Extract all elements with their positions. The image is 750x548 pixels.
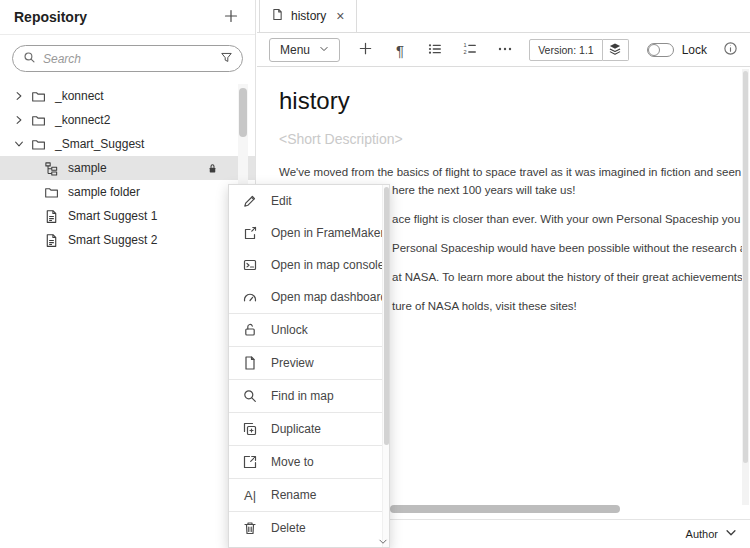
editor-tabbar: history ×: [257, 0, 750, 33]
body-line[interactable]: ace flight is closer than ever. With you…: [392, 210, 742, 228]
unlock-icon: [242, 322, 258, 338]
add-button[interactable]: [223, 8, 239, 27]
chevron-right-icon[interactable]: [13, 114, 26, 126]
scrollbar-thumb[interactable]: [743, 71, 748, 463]
search-icon: [23, 50, 36, 68]
chevron-right-icon[interactable]: [13, 90, 26, 102]
menu-item-label: Open map dashboard: [271, 290, 387, 304]
trash-icon: [242, 520, 258, 536]
tree-item-label: Smart Suggest 2: [68, 233, 157, 247]
more-icon: [497, 41, 513, 60]
body-line[interactable]: Personal Spaceship would have been possi…: [392, 239, 742, 257]
tree-item-konnect2[interactable]: _konnect2: [0, 108, 255, 132]
body-line[interactable]: at NASA. To learn more about the history…: [392, 268, 742, 286]
body-line[interactable]: We've moved from the basics of flight to…: [279, 163, 742, 181]
more-button[interactable]: [495, 40, 515, 60]
menu-item-edit[interactable]: Edit: [229, 185, 389, 217]
document-icon: [44, 233, 60, 248]
repository-tree: _konnect _konnect2 _Smart_Suggest sample: [0, 80, 255, 252]
paragraph-button[interactable]: ¶: [390, 40, 410, 60]
console-icon: [242, 257, 258, 273]
map-icon: [44, 161, 60, 176]
menu-item-label: Open in map console: [271, 258, 384, 272]
filter-icon[interactable]: [220, 50, 233, 68]
menu-item-label: Preview: [271, 356, 314, 370]
menu-item-label: Unlock: [271, 323, 308, 337]
pencil-icon: [242, 193, 258, 209]
tree-item-label: _Smart_Suggest: [55, 137, 144, 151]
tree-item-label: sample folder: [68, 185, 140, 199]
tree-item-smart-suggest-1[interactable]: Smart Suggest 1: [0, 204, 255, 228]
tab-history[interactable]: history ×: [259, 0, 357, 32]
toolbar-icons: ¶ 12: [355, 40, 515, 60]
menu-label: Menu: [280, 43, 310, 57]
document-title[interactable]: history: [279, 86, 742, 116]
info-icon: [723, 41, 738, 59]
tree-item-konnect[interactable]: _konnect: [0, 84, 255, 108]
info-button[interactable]: [723, 41, 738, 59]
move-icon: [242, 454, 258, 470]
author-mode-label: Author: [686, 528, 718, 540]
menu-item-duplicate[interactable]: Duplicate: [229, 413, 389, 445]
tree-item-sample[interactable]: sample: [0, 156, 255, 180]
scrollbar-thumb[interactable]: [384, 187, 389, 445]
svg-text:2: 2: [463, 49, 466, 55]
menu-item-label: Delete: [271, 521, 306, 535]
menu-item-open-in-map-console[interactable]: Open in map console: [229, 249, 389, 281]
tab-label: history: [291, 9, 326, 23]
lock-toggle[interactable]: [647, 43, 674, 57]
body-line[interactable]: ture of NASA holds, visit these sites!: [392, 297, 742, 315]
menu-item-move-to[interactable]: Move to: [229, 446, 389, 478]
menu-item-rename[interactable]: A| Rename: [229, 479, 389, 511]
folder-icon: [31, 137, 47, 152]
bullet-list-button[interactable]: [425, 40, 445, 60]
repository-header: Repository: [0, 0, 255, 35]
search-icon: [242, 388, 258, 404]
app-window: Repository _konnect: [0, 0, 750, 548]
menu-scroll-down-icon[interactable]: [377, 538, 389, 546]
menu-item-open-in-framemaker[interactable]: Open in FrameMaker: [229, 217, 389, 249]
search-row: [0, 35, 255, 80]
version-group: Version: 1.1: [529, 39, 628, 61]
tree-item-sample-folder[interactable]: sample folder: [0, 180, 255, 204]
menu-scrollbar[interactable]: [382, 185, 389, 547]
menu-item-find-in-map[interactable]: Find in map: [229, 380, 389, 412]
close-icon[interactable]: ×: [336, 9, 344, 23]
search-box[interactable]: [12, 45, 243, 72]
tree-item-smart-suggest[interactable]: _Smart_Suggest: [0, 132, 255, 156]
menu-item-label: Move to: [271, 455, 314, 469]
plus-icon: [358, 41, 373, 59]
insert-button[interactable]: [355, 40, 375, 60]
chevron-down-icon: [319, 43, 329, 57]
preview-icon: [242, 355, 258, 371]
lock-toggle-label: Lock: [682, 43, 707, 57]
numbered-list-button[interactable]: 12: [460, 40, 480, 60]
rename-icon: A|: [242, 488, 258, 503]
tree-item-label: _konnect: [55, 89, 104, 103]
context-menu: Edit Open in FrameMaker Open in map cons…: [228, 184, 390, 548]
lock-icon: [206, 162, 219, 175]
tree-item-label: Smart Suggest 1: [68, 209, 157, 223]
short-description-placeholder[interactable]: <Short Description>: [279, 131, 742, 147]
menu-dropdown[interactable]: Menu: [269, 38, 340, 62]
search-input[interactable]: [43, 52, 213, 66]
chevron-down-icon[interactable]: [13, 138, 26, 150]
scrollbar-thumb[interactable]: [239, 88, 247, 137]
menu-item-delete[interactable]: Delete: [229, 512, 389, 544]
menu-item-unlock[interactable]: Unlock: [229, 314, 389, 346]
body-line[interactable]: here the next 100 years will take us!: [392, 181, 742, 199]
editor-vertical-scrollbar[interactable]: [742, 69, 749, 505]
author-mode-dropdown[interactable]: Author: [686, 526, 738, 542]
menu-item-label: Edit: [271, 194, 292, 208]
menu-item-open-map-dashboard[interactable]: Open map dashboard: [229, 281, 389, 313]
menu-item-preview[interactable]: Preview: [229, 347, 389, 379]
svg-text:1: 1: [463, 42, 466, 48]
framemaker-icon: [242, 225, 258, 241]
horizontal-scrollbar-thumb[interactable]: [390, 505, 620, 513]
dashboard-icon: [242, 289, 258, 305]
version-badge: Version: 1.1: [529, 39, 602, 61]
repository-panel: Repository _konnect: [0, 0, 256, 548]
version-history-button[interactable]: [603, 39, 629, 61]
tree-item-smart-suggest-2[interactable]: Smart Suggest 2: [0, 228, 255, 252]
folder-icon: [31, 89, 47, 104]
